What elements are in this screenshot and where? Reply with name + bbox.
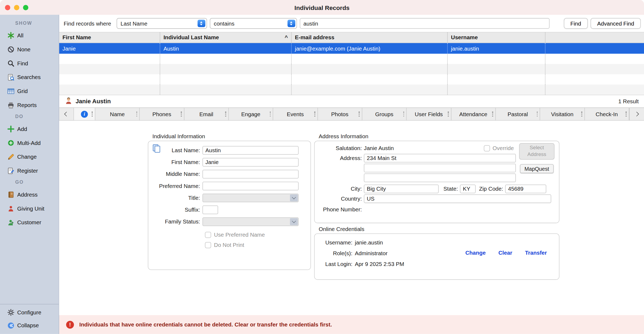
cell-empty [59,54,160,64]
sidebar-item-label: Grid [17,88,28,94]
phone-number-label: Phone Number: [315,206,364,212]
kebab-menu-icon[interactable] [403,112,404,117]
find-button[interactable]: Find [564,18,588,29]
tab-events[interactable]: Events [273,108,318,120]
transfer-credentials-link[interactable]: Transfer [525,250,547,256]
record-detail-content: Individual Information Last Name: First … [59,120,644,315]
kebab-menu-icon[interactable] [359,112,360,117]
sidebar-item-all[interactable]: All [0,30,59,40]
kebab-menu-icon[interactable] [92,112,93,117]
group-title: Individual Information [152,133,205,140]
sidebar-item-giving-unit[interactable]: Giving Unit [0,204,59,214]
cell-empty [160,64,292,74]
operator-select[interactable]: contains [210,18,297,29]
sidebar-item-label: Add [17,126,27,132]
kebab-menu-icon[interactable] [270,112,271,117]
sidebar-item-searches[interactable]: Searches [0,72,59,82]
roles-value: Administrator [355,250,387,257]
tab-visitation[interactable]: Visitation [540,108,584,120]
kebab-menu-icon[interactable] [537,112,538,117]
tab-label: Visitation [547,111,578,117]
kebab-menu-icon[interactable] [492,112,493,117]
tab-attendance[interactable]: Attendance [451,108,496,120]
zip-code-input[interactable] [505,184,546,193]
tab-user-fields[interactable]: User Fields [407,108,451,120]
sidebar-item-configure[interactable]: Configure [0,307,59,317]
middle-name-input[interactable] [202,170,299,179]
tab-bar: i Name Phones Email Engage Events Photos… [59,108,644,121]
kebab-menu-icon[interactable] [581,112,582,117]
change-credentials-link[interactable]: Change [465,250,486,256]
tab-check-in[interactable]: Check-In [585,108,629,120]
window-title: Individual Records [0,4,644,11]
address-line3-input[interactable] [364,173,516,182]
sidebar-item-add[interactable]: Add [0,124,59,134]
minimize-window-button[interactable] [14,5,19,10]
first-name-label: First Name: [148,159,202,165]
sidebar-item-multi-add[interactable]: Multi-Add [0,138,59,148]
column-header-email[interactable]: E-mail address [292,33,448,43]
state-input[interactable] [460,184,476,193]
address-line1-input[interactable] [364,154,516,162]
group-title: Online Credentials [319,226,364,232]
kebab-menu-icon[interactable] [225,112,226,117]
preferred-name-input[interactable] [202,182,299,190]
mapquest-button[interactable]: MapQuest [520,164,554,173]
country-input[interactable] [364,194,551,203]
column-header-username[interactable]: Username [448,33,545,43]
last-name-input[interactable] [202,146,299,155]
override-label: Override [492,145,514,151]
sidebar-item-label: Searches [17,74,41,80]
close-window-button[interactable] [5,5,10,10]
use-preferred-name-checkbox[interactable] [205,232,211,238]
tab-phones[interactable]: Phones [140,108,184,120]
do-not-print-checkbox[interactable] [205,242,211,248]
sidebar-item-change[interactable]: Change [0,152,59,162]
roles-label: Role(s): [315,250,355,257]
kebab-menu-icon[interactable] [626,112,627,117]
sidebar-item-collapse[interactable]: Collapse [0,320,59,330]
sidebar-item-reports[interactable]: Reports [0,100,59,110]
column-header-first-name[interactable]: First Name [59,33,160,43]
tab-name[interactable]: Name [95,108,140,120]
tab-scroll-left-button[interactable] [59,108,74,120]
kebab-menu-icon[interactable] [181,112,182,117]
tab-scroll-right-button[interactable] [629,108,644,120]
sidebar-item-find[interactable]: Find [0,58,59,68]
title-select[interactable] [202,194,299,202]
sidebar: SHOW All None Find [0,15,59,334]
zoom-window-button[interactable] [23,5,28,10]
tab-email[interactable]: Email [184,108,229,120]
chevron-right-icon [635,112,639,116]
clear-credentials-link[interactable]: Clear [498,250,512,256]
field-select[interactable]: Last Name [117,18,207,29]
sidebar-item-label: None [17,46,30,52]
state-label: State: [439,186,460,192]
kebab-menu-icon[interactable] [448,112,449,117]
city-input[interactable] [364,184,439,193]
kebab-menu-icon[interactable] [136,112,137,117]
address-line2-input[interactable] [364,164,516,172]
sidebar-item-grid[interactable]: Grid [0,86,59,96]
tab-photos[interactable]: Photos [318,108,362,120]
copy-icon[interactable] [152,144,161,154]
table-row-selected[interactable]: Janie Austin janie@example.com (Janie Au… [59,43,644,54]
kebab-menu-icon[interactable] [314,112,315,117]
sidebar-item-none[interactable]: None [0,44,59,54]
column-header-last-name[interactable]: Individual Last Name ^ [160,33,292,43]
tab-groups[interactable]: Groups [362,108,407,120]
select-address-button[interactable]: Select Address [519,143,554,159]
sidebar-item-register[interactable]: Register [0,166,59,176]
suffix-input[interactable] [202,205,218,214]
family-status-select[interactable] [202,218,299,226]
override-checkbox[interactable] [484,145,490,151]
first-name-input[interactable] [202,158,299,166]
tab-engage[interactable]: Engage [229,108,273,120]
advanced-find-button[interactable]: Advanced Find [591,18,641,29]
search-query-input[interactable] [300,18,550,29]
address-label: Address: [315,155,364,161]
tab-info[interactable]: i [74,108,95,120]
tab-pastoral[interactable]: Pastoral [496,108,540,120]
sidebar-item-customer[interactable]: Customer [0,218,59,228]
sidebar-item-address[interactable]: Address [0,190,59,200]
